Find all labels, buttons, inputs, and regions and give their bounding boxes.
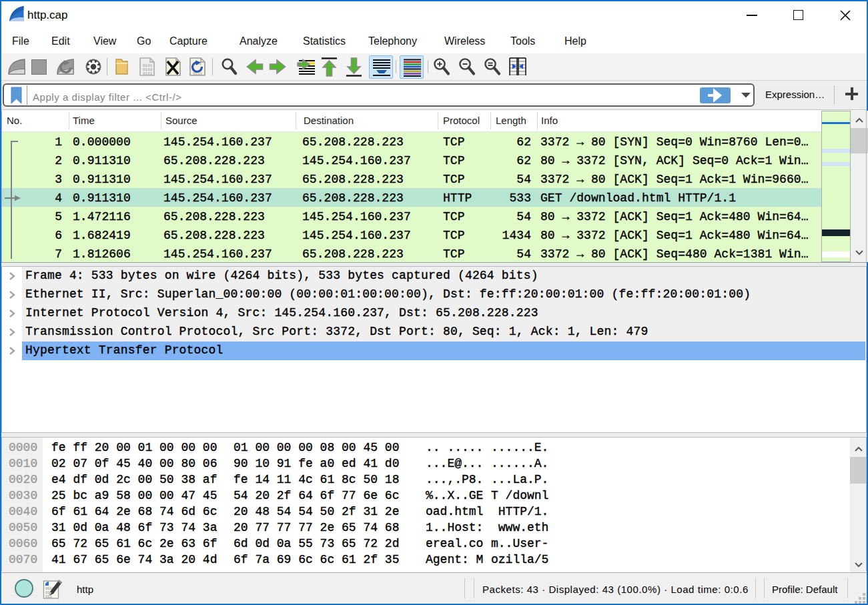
svg-text:011: 011	[45, 594, 53, 599]
svg-text:0111: 0111	[143, 71, 153, 76]
